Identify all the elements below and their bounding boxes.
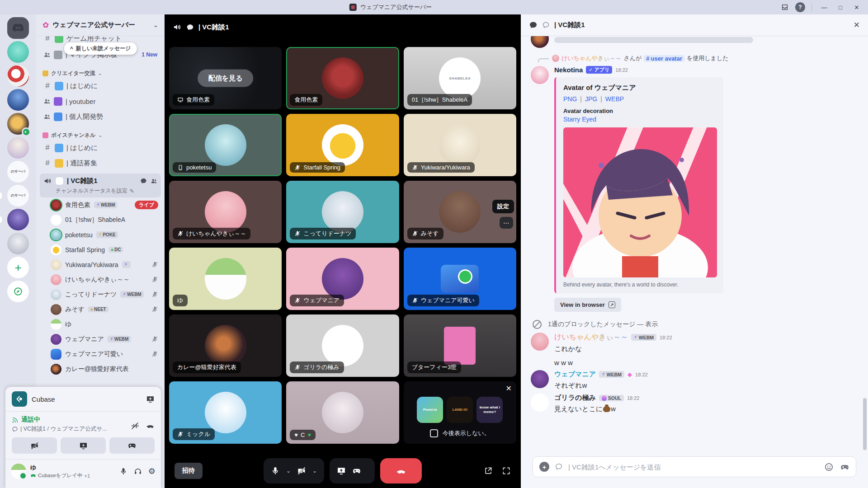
chevron-down-icon[interactable]: ⌄: [312, 468, 317, 474]
more-options-button[interactable]: ⋯: [500, 217, 513, 229]
chat-bubble-icon[interactable]: [140, 178, 147, 184]
server-icon-text[interactable]: のサーバ: [7, 161, 29, 183]
message-input[interactable]: [568, 463, 819, 471]
video-tile[interactable]: こってりドーナツ: [286, 181, 399, 243]
user-avatar[interactable]: [11, 464, 26, 479]
add-server-button[interactable]: +: [7, 257, 29, 278]
call-status-row[interactable]: 通話中: [12, 416, 107, 424]
reply-context[interactable]: けいちゃんやきぃ～～ さんが #user avatar を使用しました: [538, 54, 858, 62]
close-icon[interactable]: ✕: [854, 20, 860, 30]
video-tile[interactable]: けいちゃんやきぃ～～: [169, 181, 282, 243]
author-name[interactable]: けいちゃんやきぃ～～: [554, 333, 628, 342]
voice-participant[interactable]: Starfall Spring ●DC: [40, 242, 161, 257]
dismiss-checkbox[interactable]: [430, 429, 438, 437]
gif-game-icon[interactable]: [840, 462, 849, 472]
inbox-icon[interactable]: [779, 2, 791, 13]
voice-channel-tsuwa-boshu[interactable]: # | 通話募集: [40, 155, 161, 171]
video-tile[interactable]: みそす 設定 ⋯: [404, 181, 516, 243]
channel-status-setter[interactable]: チャンネルステータスを設定 ✎: [43, 187, 157, 195]
activities-button[interactable]: [352, 466, 361, 475]
members-icon[interactable]: [151, 178, 157, 184]
voice-participant[interactable]: 01［!shw］ShabeleA: [40, 212, 161, 227]
avatar[interactable]: [531, 66, 549, 84]
channel-item-youtuber[interactable]: | youtuber: [40, 94, 161, 109]
server-icon[interactable]: [7, 65, 29, 87]
headphones-icon[interactable]: [134, 467, 142, 475]
video-tile[interactable]: ウェブマニア: [286, 248, 399, 310]
server-icon[interactable]: [7, 233, 29, 254]
close-button[interactable]: ✕: [851, 2, 863, 13]
help-icon[interactable]: ?: [795, 2, 805, 12]
voice-participant[interactable]: 食用色素 ⚡WEBM ライブ: [40, 197, 161, 212]
channel-item-hajimeni[interactable]: # | はじめに: [40, 78, 161, 94]
disconnect-phone-icon[interactable]: [146, 421, 155, 430]
settings-gear-icon[interactable]: ⚙: [148, 467, 156, 475]
server-icon[interactable]: [7, 41, 29, 63]
explore-servers-button[interactable]: [7, 281, 29, 302]
video-tile[interactable]: ♥C♥: [286, 381, 399, 444]
voice-channel-vc-zatsudan1[interactable]: | VC雑談1 チャンネルステータスを設定 ✎: [40, 174, 161, 197]
voice-participant[interactable]: ウェブマニア ⚡WEBM: [40, 332, 161, 347]
server-header[interactable]: ✿ ウェブマニア公式サーバー ⌄: [36, 14, 165, 36]
video-tile[interactable]: ゴリラの極み: [286, 314, 399, 377]
noise-suppression-icon[interactable]: [131, 422, 139, 430]
video-tile[interactable]: poketetsu: [169, 114, 282, 176]
watch-stream-button[interactable]: 配信を見る: [198, 70, 254, 87]
server-icon-voice-active[interactable]: [7, 113, 29, 135]
camera-off-button[interactable]: [297, 466, 306, 475]
voice-participant[interactable]: Yukiwara/Yukiwara ⚡: [40, 257, 161, 272]
voice-channel-hajimeni[interactable]: # | はじめに: [40, 140, 161, 155]
blocked-message-notice[interactable]: 1通のブロックしたメッセージ — 表示: [531, 320, 858, 329]
call-location[interactable]: | VC雑談1 / ウェブマニア公式サ...: [12, 425, 107, 433]
chevron-down-icon[interactable]: ⌄: [286, 468, 291, 474]
screenshare-button[interactable]: [337, 466, 346, 475]
emoji-picker-icon[interactable]: [824, 462, 834, 472]
video-tile[interactable]: Starfall Spring: [286, 114, 399, 176]
fullscreen-icon[interactable]: [502, 466, 511, 475]
game-thumbnail[interactable]: Poxel.io: [417, 397, 443, 423]
category-voice[interactable]: ボイスチャンネル ⌄: [40, 131, 161, 139]
mic-icon[interactable]: [119, 467, 127, 475]
invite-button[interactable]: 招待: [175, 463, 203, 479]
video-tile[interactable]: カレー@猫愛好家代表: [169, 314, 282, 377]
voice-participant[interactable]: カレー@猫愛好家代表: [40, 361, 161, 376]
video-tile[interactable]: ゆ: [169, 248, 282, 310]
video-tile-screenshare[interactable]: 配信を見る 食用色素: [169, 47, 282, 109]
new-unread-pill[interactable]: ^ 新しい未読メッセージ: [64, 42, 137, 55]
game-thumbnail[interactable]: know what i meme?: [476, 397, 503, 423]
game-thumbnail[interactable]: LAND-IO: [447, 397, 473, 423]
voice-participant[interactable]: みそす ●NEET: [40, 302, 161, 317]
video-tile[interactable]: ウェブマニア可愛い: [404, 248, 516, 310]
discord-home-button[interactable]: [7, 17, 29, 39]
server-icon[interactable]: [7, 89, 29, 111]
screenshare-button[interactable]: [61, 437, 106, 454]
voice-participant[interactable]: ウェブマニア可愛い: [40, 347, 161, 361]
popout-icon[interactable]: [484, 466, 493, 475]
voice-participant[interactable]: ゆ: [40, 317, 161, 332]
minimize-button[interactable]: —: [818, 2, 830, 13]
close-icon[interactable]: ✕: [506, 384, 512, 393]
embed-image[interactable]: [563, 127, 717, 277]
mic-button[interactable]: [271, 466, 280, 475]
video-tile[interactable]: SHABELEA 01［!shw］ShabeleA: [404, 47, 516, 109]
scrollbar[interactable]: [863, 398, 867, 450]
author-name[interactable]: ウェブマニア: [554, 370, 596, 379]
user-avatar-chip[interactable]: #user avatar: [644, 55, 684, 62]
server-icon[interactable]: [7, 209, 29, 230]
embed-link[interactable]: PNG: [563, 95, 585, 103]
video-tile[interactable]: ブターフィー3世: [404, 314, 516, 377]
maximize-button[interactable]: □: [835, 2, 846, 13]
avatar[interactable]: [531, 394, 549, 412]
embed-link[interactable]: JPG: [585, 95, 605, 103]
server-icon[interactable]: [7, 137, 29, 159]
avatar[interactable]: [531, 333, 549, 351]
author-name[interactable]: ゴリラの極み: [554, 394, 596, 402]
channel-item-kojin-kaihatsu[interactable]: | 個人開発勢: [40, 109, 161, 124]
attach-plus-icon[interactable]: +: [539, 462, 549, 472]
video-tile[interactable]: 食用色素: [286, 47, 399, 109]
voice-participant[interactable]: こってりドーナツ ⚡WEBM: [40, 287, 161, 302]
camera-button[interactable]: [12, 437, 57, 454]
server-icon-text[interactable]: のサーバ: [7, 185, 29, 206]
disconnect-button[interactable]: [380, 458, 422, 483]
voice-participant[interactable]: けいちゃんやきぃ～～: [40, 272, 161, 287]
